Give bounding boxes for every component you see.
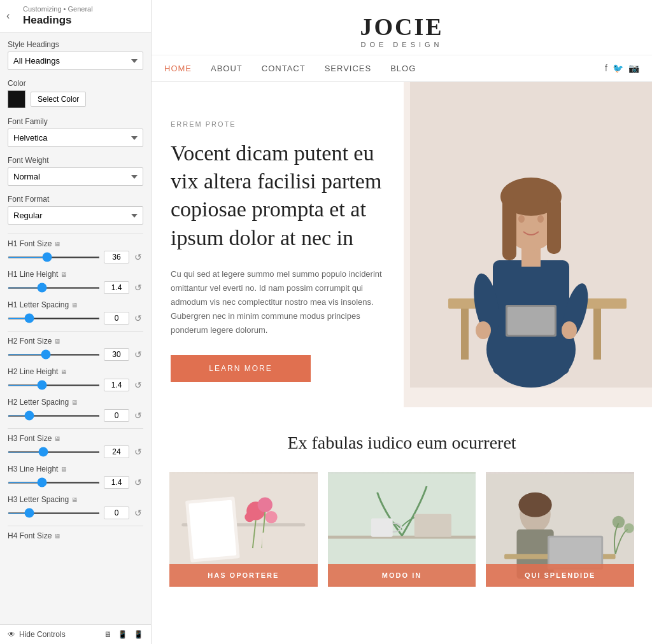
svg-point-27 bbox=[244, 512, 255, 522]
font-family-select[interactable]: Helvetica bbox=[8, 129, 143, 147]
h1-letter-spacing-group: H1 Letter Spacing 🖥 ↺ bbox=[8, 300, 143, 325]
h1-letter-spacing-slider[interactable] bbox=[8, 318, 100, 319]
site-logo: JOCIE bbox=[152, 13, 652, 41]
panel-footer: 👁 Hide Controls 🖥 📱 📱 bbox=[0, 624, 151, 644]
h2-font-size-label: H2 Font Size 🖥 bbox=[8, 337, 143, 346]
select-color-button[interactable]: Select Color bbox=[31, 92, 86, 107]
h3-font-size-slider[interactable] bbox=[8, 451, 100, 453]
h3-line-height-label: H3 Line Height 🖥 bbox=[8, 465, 143, 473]
svg-point-10 bbox=[562, 321, 577, 339]
h2-letter-spacing-label: H2 Letter Spacing 🖥 bbox=[8, 398, 143, 407]
card-1: HAS OPORTERE bbox=[169, 472, 318, 587]
h1-font-size-row: ↺ bbox=[8, 251, 143, 263]
h2-letter-spacing-slider[interactable] bbox=[8, 415, 100, 417]
h1-line-height-row: ↺ bbox=[8, 281, 143, 294]
hero-image bbox=[410, 82, 652, 388]
h1-letter-spacing-input[interactable] bbox=[104, 312, 129, 325]
site-header: JOCIE DOE DESIGN bbox=[152, 0, 652, 55]
card-3: QUI SPLENDIDE bbox=[486, 472, 634, 587]
nav-home[interactable]: HOME bbox=[164, 64, 192, 73]
h2-line-height-row: ↺ bbox=[8, 379, 143, 391]
h1-letter-spacing-reset[interactable]: ↺ bbox=[133, 313, 143, 323]
h4-font-size-group: H4 Font Size 🖥 bbox=[8, 531, 143, 540]
twitter-icon[interactable]: 🐦 bbox=[613, 63, 623, 73]
h1-line-height-group: H1 Line Height 🖥 ↺ bbox=[8, 270, 143, 294]
svg-point-41 bbox=[613, 516, 625, 528]
mobile-icon[interactable]: 📱 bbox=[134, 630, 143, 639]
font-weight-select[interactable]: Normal bbox=[8, 167, 143, 186]
h2-font-size-input[interactable] bbox=[104, 348, 129, 361]
h3-line-height-input[interactable] bbox=[104, 476, 129, 489]
nav-services[interactable]: SERVICES bbox=[325, 64, 372, 73]
h1-line-height-reset[interactable]: ↺ bbox=[133, 283, 143, 293]
nav-contact[interactable]: CONTACT bbox=[262, 64, 306, 73]
h3-font-size-label: H3 Font Size 🖥 bbox=[8, 434, 143, 443]
site-tagline: DOE DESIGN bbox=[152, 41, 652, 48]
h2-line-height-input[interactable] bbox=[104, 379, 129, 391]
back-button[interactable]: ‹ bbox=[6, 10, 10, 22]
h2-letter-spacing-reset[interactable]: ↺ bbox=[133, 410, 143, 421]
h3-font-size-reset[interactable]: ↺ bbox=[133, 447, 143, 457]
h1-line-height-slider[interactable] bbox=[8, 287, 100, 289]
section-heading: Ex fabulas iudico eum ocurreret bbox=[152, 407, 652, 472]
svg-point-9 bbox=[476, 321, 491, 339]
font-weight-label: Font Weight bbox=[8, 156, 143, 165]
monitor-icon-5: 🖥 bbox=[60, 368, 67, 375]
hide-controls-button[interactable]: 👁 Hide Controls bbox=[8, 630, 66, 639]
h2-font-size-group: H2 Font Size 🖥 ↺ bbox=[8, 337, 143, 361]
facebook-icon[interactable]: f bbox=[605, 63, 607, 73]
h1-font-size-reset[interactable]: ↺ bbox=[133, 252, 143, 262]
h2-line-height-reset[interactable]: ↺ bbox=[133, 380, 143, 390]
h3-letter-spacing-slider[interactable] bbox=[8, 512, 100, 514]
h3-line-height-row: ↺ bbox=[8, 476, 143, 489]
monitor-icon: 🖥 bbox=[54, 241, 60, 248]
h1-font-size-slider[interactable] bbox=[8, 256, 100, 258]
h1-line-height-input[interactable] bbox=[104, 281, 129, 294]
card-3-overlay: QUI SPLENDIDE bbox=[486, 564, 634, 587]
card-1-overlay: HAS OPORTERE bbox=[169, 564, 318, 587]
h3-line-height-reset[interactable]: ↺ bbox=[133, 477, 143, 487]
svg-rect-40 bbox=[549, 538, 601, 568]
h2-font-size-slider[interactable] bbox=[8, 354, 100, 356]
h1-line-height-label: H1 Line Height 🖥 bbox=[8, 270, 143, 279]
social-icons: f 🐦 📷 bbox=[605, 63, 639, 73]
learn-more-button[interactable]: LEARN MORE bbox=[171, 355, 311, 382]
h1-letter-spacing-label: H1 Letter Spacing 🖥 bbox=[8, 300, 143, 309]
h2-font-size-reset[interactable]: ↺ bbox=[133, 349, 143, 360]
hero-section: ERREM PROTE Vocent dicam putent eu vix a… bbox=[152, 82, 652, 407]
svg-point-42 bbox=[625, 524, 635, 534]
color-group: Color Select Color bbox=[8, 79, 143, 108]
hero-body: Cu qui sed at legere summo mel summo pop… bbox=[171, 267, 385, 337]
panel-header: ‹ Customizing • General Headings bbox=[0, 0, 151, 32]
h2-letter-spacing-input[interactable] bbox=[104, 409, 129, 422]
desktop-icon[interactable]: 🖥 bbox=[104, 630, 111, 639]
h3-line-height-slider[interactable] bbox=[8, 482, 100, 484]
nav-about[interactable]: ABOUT bbox=[211, 64, 243, 73]
site-nav: HOME ABOUT CONTACT SERVICES BLOG f 🐦 📷 bbox=[152, 55, 652, 82]
h3-letter-spacing-reset[interactable]: ↺ bbox=[133, 508, 143, 518]
svg-rect-12 bbox=[507, 307, 555, 335]
h1-font-size-label: H1 Font Size 🖥 bbox=[8, 239, 143, 248]
h2-line-height-slider[interactable] bbox=[8, 384, 100, 386]
font-family-label: Font Family bbox=[8, 117, 143, 126]
color-swatch[interactable] bbox=[8, 90, 25, 108]
monitor-icon-9: 🖥 bbox=[71, 496, 78, 503]
tablet-icon[interactable]: 📱 bbox=[118, 630, 127, 639]
h2-letter-spacing-row: ↺ bbox=[8, 409, 143, 422]
h3-letter-spacing-group: H3 Letter Spacing 🖥 ↺ bbox=[8, 495, 143, 519]
nav-blog[interactable]: BLOG bbox=[390, 64, 416, 73]
svg-rect-28 bbox=[262, 533, 277, 551]
style-headings-select[interactable]: All Headings bbox=[8, 52, 143, 70]
hero-right bbox=[404, 82, 652, 407]
font-format-select[interactable]: Regular bbox=[8, 206, 143, 225]
svg-rect-16 bbox=[502, 197, 516, 260]
h1-font-size-input[interactable] bbox=[104, 251, 129, 263]
h3-letter-spacing-input[interactable] bbox=[104, 507, 129, 519]
h3-font-size-input[interactable] bbox=[104, 445, 129, 458]
panel-title: Headings bbox=[23, 14, 143, 27]
instagram-icon[interactable]: 📷 bbox=[628, 63, 639, 73]
card-2: MODO IN bbox=[328, 472, 476, 587]
hero-heading: Vocent dicam putent eu vix altera facili… bbox=[171, 139, 385, 252]
site-preview: JOCIE DOE DESIGN HOME ABOUT CONTACT SERV… bbox=[152, 0, 652, 644]
svg-rect-30 bbox=[328, 536, 476, 539]
